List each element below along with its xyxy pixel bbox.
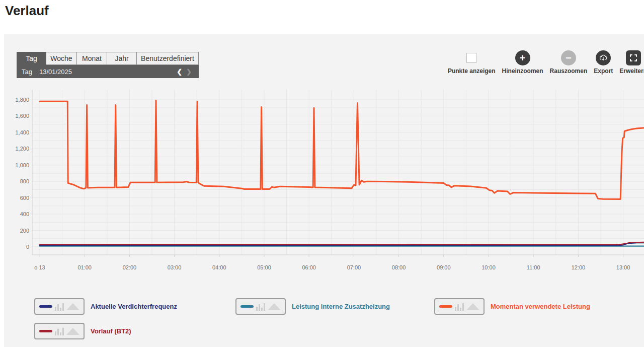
x-axis-tick-label: 01:00 — [77, 264, 92, 270]
export-button[interactable] — [596, 50, 611, 65]
legend-item-zusatzheizung[interactable]: Leistung interne Zusatzheizung — [235, 298, 390, 315]
tab-woche[interactable]: Woche — [46, 52, 77, 65]
expand-label: Erweitern — [619, 67, 644, 75]
legend-item-vorlauf-bt2[interactable]: Vorlauf (BT2) — [34, 323, 131, 339]
y-axis-tick-label: 800 — [20, 178, 29, 184]
y-axis-tick-label: 1,800 — [15, 97, 29, 103]
y-axis-tick-label: 200 — [20, 228, 29, 234]
line-swatch-icon — [39, 305, 52, 308]
series-vorlauf-bt2- — [40, 242, 644, 245]
zoom-in-label: Hineinzoomen — [502, 67, 543, 75]
x-axis-tick-label: 04:00 — [212, 264, 226, 270]
x-axis-tick-label: 11:00 — [527, 264, 540, 270]
export-tool: Export — [594, 50, 613, 75]
line-swatch-icon — [439, 305, 452, 308]
x-axis-tick-label: o 13 — [34, 264, 45, 270]
x-axis-tick-label: 08:00 — [392, 264, 406, 270]
zoom-out-button[interactable]: − — [561, 50, 576, 65]
series-momentan-verwendete-leistung — [40, 101, 644, 199]
zoom-out-tool: − Rauszoomen — [550, 50, 588, 75]
x-axis-tick-label: 06:00 — [302, 264, 316, 270]
x-axis-tick-label: 02:00 — [123, 264, 137, 270]
area-chart-icon — [66, 303, 79, 310]
history-chart[interactable]: 02004006008001,0001,2001,4001,6001,800o … — [4, 81, 644, 280]
area-chart-icon — [268, 303, 281, 310]
line-swatch-icon — [240, 305, 254, 308]
minus-icon: − — [566, 53, 572, 63]
line-swatch-icon — [39, 330, 52, 332]
y-axis-tick-label: 1,400 — [15, 129, 29, 135]
expand-tool: Erweitern — [619, 50, 644, 75]
legend-label: Aktuelle Verdichterfrequenz — [91, 303, 177, 310]
date-value: 13/01/2025 — [39, 68, 72, 76]
previous-day-icon[interactable]: ❮ — [175, 68, 184, 75]
date-mode-label: Tag — [22, 68, 32, 76]
date-navigator: Tag 13/01/2025 ❮ ❯ — [17, 65, 199, 78]
tab-monat[interactable]: Monat — [77, 52, 107, 65]
x-axis-tick-label: 13:00 — [616, 264, 630, 270]
legend-swatch-box — [34, 323, 85, 339]
zoom-in-button[interactable]: + — [515, 50, 530, 65]
fullscreen-icon — [629, 53, 638, 62]
plus-icon: + — [520, 53, 526, 63]
show-points-label: Punkte anzeigen — [448, 67, 496, 75]
zoom-out-label: Rauszoomen — [550, 67, 588, 75]
y-axis-tick-label: 400 — [20, 211, 29, 217]
next-day-icon[interactable]: ❯ — [184, 68, 194, 75]
x-axis-tick-label: 07:00 — [347, 264, 361, 270]
y-axis-tick-label: 600 — [20, 195, 29, 201]
tab-benutzerdefiniert[interactable]: Benutzerdefiniert — [137, 52, 199, 65]
y-axis-tick-label: 1,600 — [15, 113, 29, 119]
show-points-tool: Punkte anzeigen — [448, 50, 496, 75]
history-page: Verlauf Tag Woche Monat Jahr Benutzerdef… — [0, 0, 644, 347]
legend-label: Vorlauf (BT2) — [91, 327, 131, 335]
x-axis-tick-label: 05:00 — [257, 264, 271, 270]
legend-swatch-box — [235, 298, 286, 315]
area-chart-icon — [66, 328, 79, 335]
tab-tag[interactable]: Tag — [17, 52, 46, 65]
y-axis-tick-label: 0 — [26, 244, 29, 250]
range-tabs: Tag Woche Monat Jahr Benutzerdefiniert — [17, 52, 199, 65]
show-points-checkbox[interactable] — [466, 53, 476, 63]
legend-label: Momentan verwendete Leistung — [491, 303, 590, 310]
chart-toolbar: Punkte anzeigen + Hineinzoomen − Rauszoo… — [448, 50, 644, 75]
legend-item-verwendete-leistung[interactable]: Momentan verwendete Leistung — [434, 298, 590, 315]
legend-item-verdichterfrequenz[interactable]: Aktuelle Verdichterfrequenz — [34, 298, 177, 315]
x-axis-tick-label: 03:00 — [168, 264, 182, 270]
bar-chart-icon — [55, 327, 64, 335]
y-axis-tick-label: 1,200 — [15, 146, 29, 152]
tab-jahr[interactable]: Jahr — [107, 52, 137, 65]
y-axis-tick-label: 1,000 — [15, 162, 29, 168]
legend-swatch-box — [34, 298, 85, 315]
area-chart-icon — [466, 303, 479, 310]
legend-swatch-box — [434, 298, 485, 315]
bar-chart-icon — [455, 303, 464, 311]
x-axis-tick-label: 09:00 — [437, 264, 451, 270]
cloud-download-icon — [599, 53, 608, 62]
legend-label: Leistung interne Zusatzheizung — [292, 303, 390, 310]
export-label: Export — [594, 67, 613, 75]
bar-chart-icon — [55, 303, 64, 311]
page-title: Verlauf — [5, 3, 49, 19]
zoom-in-tool: + Hineinzoomen — [502, 50, 543, 75]
expand-button[interactable] — [626, 50, 641, 65]
bar-chart-icon — [256, 303, 265, 311]
x-axis-tick-label: 10:00 — [481, 264, 496, 270]
x-axis-tick-label: 12:00 — [572, 264, 586, 270]
